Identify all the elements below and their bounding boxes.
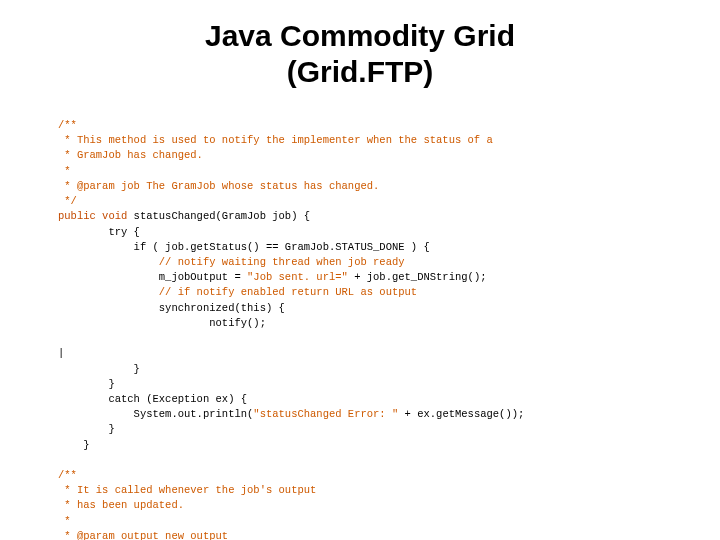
- title-line1: Java Commodity Grid: [205, 19, 515, 52]
- code-keyword: public void: [58, 210, 127, 222]
- code-line: + job.get_DNString();: [348, 271, 487, 283]
- code-line: * has been updated.: [58, 499, 184, 511]
- code-line: /**: [58, 469, 77, 481]
- slide: Java Commodity Grid (Grid.FTP) /** * Thi…: [0, 0, 720, 540]
- slide-title: Java Commodity Grid (Grid.FTP): [30, 18, 690, 90]
- code-comment: // if notify enabled return URL as outpu…: [58, 286, 417, 298]
- code-line: */: [58, 195, 77, 207]
- code-line: * @param job The GramJob whose status ha…: [58, 180, 379, 192]
- code-line: }: [58, 439, 90, 451]
- code-line: notify();: [58, 317, 266, 329]
- code-line: statusChanged(GramJob job) {: [127, 210, 310, 222]
- code-line: catch (Exception ex) {: [58, 393, 247, 405]
- code-line: synchronized(this) {: [58, 302, 285, 314]
- title-line2: (Grid.FTP): [287, 55, 434, 88]
- code-string: "Job sent. url=": [247, 271, 348, 283]
- code-line: * @param output new output: [58, 530, 228, 540]
- code-line: }: [58, 378, 115, 390]
- code-comment: // notify waiting thread when job ready: [58, 256, 405, 268]
- code-line: * GramJob has changed.: [58, 149, 203, 161]
- code-line: System.out.println(: [58, 408, 253, 420]
- code-block: /** * This method is used to notify the …: [30, 118, 690, 540]
- code-line: }: [58, 363, 140, 375]
- code-string: "statusChanged Error: ": [253, 408, 398, 420]
- code-line: * This method is used to notify the impl…: [58, 134, 493, 146]
- code-line: try {: [58, 226, 140, 238]
- code-line: |: [58, 347, 64, 359]
- code-line: }: [58, 423, 115, 435]
- code-line: /**: [58, 119, 77, 131]
- code-line: m_jobOutput =: [58, 271, 247, 283]
- code-line: *: [58, 515, 71, 527]
- code-line: *: [58, 165, 71, 177]
- code-line: if ( job.getStatus() == GramJob.STATUS_D…: [58, 241, 430, 253]
- code-line: + ex.getMessage());: [398, 408, 524, 420]
- code-line: * It is called whenever the job's output: [58, 484, 316, 496]
